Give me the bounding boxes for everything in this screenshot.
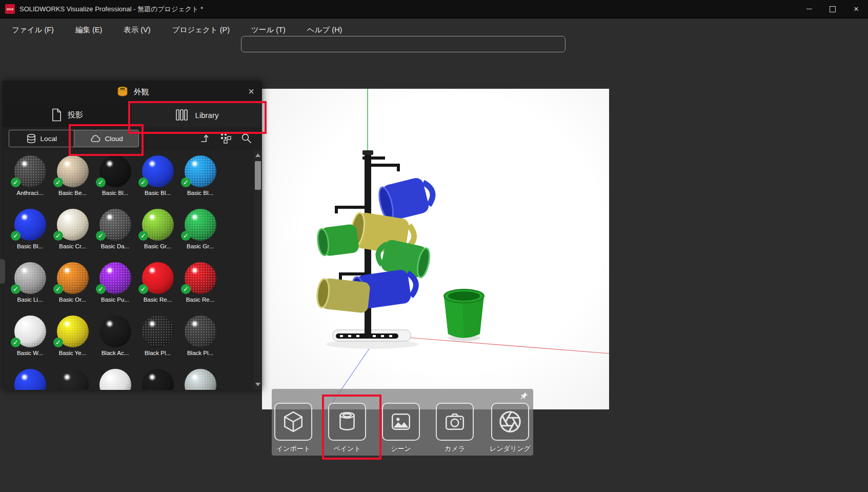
material-item[interactable]: ✓Basic Da... xyxy=(94,207,136,261)
material-item[interactable]: ✓Basic Ye... xyxy=(51,314,94,367)
material-label: Basic Bl... xyxy=(102,190,128,196)
material-label: Basic Li... xyxy=(17,297,43,303)
material-item[interactable] xyxy=(136,367,179,390)
maximize-button[interactable] xyxy=(821,0,844,18)
material-sphere[interactable] xyxy=(99,369,131,390)
material-item[interactable]: ✓Basic Gr... xyxy=(136,207,179,261)
toolbar-label-render: レンダリング xyxy=(490,444,531,454)
material-sphere[interactable] xyxy=(142,369,174,390)
material-item[interactable]: ✓Basic Cr... xyxy=(51,207,94,261)
downloaded-check-icon: ✓ xyxy=(96,284,106,294)
minimize-button[interactable] xyxy=(797,0,821,18)
action-bar: インポート ペイント シーン カメラ レンダリング xyxy=(272,389,533,456)
minimize-icon xyxy=(806,9,812,9)
material-sphere[interactable] xyxy=(57,369,89,390)
material-item[interactable]: ✓Basic Bl... xyxy=(179,154,221,207)
menu-view[interactable]: 表示 (V) xyxy=(113,18,161,41)
source-local-button[interactable]: Local xyxy=(9,130,74,147)
render-tile[interactable] xyxy=(491,403,529,441)
material-item[interactable] xyxy=(51,367,94,390)
menu-edit[interactable]: 編集 (E) xyxy=(65,18,113,41)
material-item[interactable]: ✓Basic Bl... xyxy=(9,207,51,261)
material-item[interactable]: ✓Basic Pu... xyxy=(94,261,136,314)
camera-tile[interactable] xyxy=(436,403,474,441)
material-sphere[interactable] xyxy=(185,316,216,347)
title-bar: 2018 SOLIDWORKS Visualize Professional -… xyxy=(0,0,868,18)
toolbar-item-render[interactable]: レンダリング xyxy=(490,403,531,454)
menu-project[interactable]: プロジェクト (P) xyxy=(162,18,240,41)
paint-bucket-orange-icon xyxy=(116,86,129,98)
material-item[interactable]: ✓Anthraci... xyxy=(9,154,51,207)
material-item[interactable]: Black Pl... xyxy=(136,314,179,367)
material-sphere[interactable] xyxy=(185,369,216,390)
materials-scrollbar[interactable] xyxy=(254,150,262,390)
material-item[interactable]: ✓Basic Be... xyxy=(51,154,94,207)
paint-tile[interactable] xyxy=(328,403,366,441)
library-filter-row: Local Cloud xyxy=(3,127,262,150)
material-label: Black Pl... xyxy=(187,350,213,356)
material-item[interactable] xyxy=(94,367,136,390)
material-item[interactable] xyxy=(179,367,221,390)
material-item[interactable]: ✓Basic Li... xyxy=(9,261,51,314)
viewport[interactable] xyxy=(262,89,609,409)
downloaded-check-icon: ✓ xyxy=(11,284,21,294)
downloaded-check-icon: ✓ xyxy=(11,231,21,241)
source-cloud-label: Cloud xyxy=(105,135,123,143)
downloaded-check-icon: ✓ xyxy=(53,284,63,294)
tab-projection[interactable]: 投影 xyxy=(3,103,132,127)
material-item[interactable]: ✓Basic Bl... xyxy=(136,154,179,207)
close-icon: × xyxy=(854,5,859,13)
toolbar-item-scene[interactable]: シーン xyxy=(382,403,420,454)
downloaded-check-icon: ✓ xyxy=(11,178,21,187)
library-icon xyxy=(175,108,190,122)
material-item[interactable]: Black Pl... xyxy=(179,314,221,367)
scrollbar-thumb[interactable] xyxy=(255,161,261,190)
camera-icon xyxy=(443,410,467,434)
scene-tile[interactable] xyxy=(382,403,420,441)
file-icon xyxy=(51,108,62,122)
source-cloud-button[interactable]: Cloud xyxy=(74,130,139,147)
material-label: Basic Bl... xyxy=(187,190,213,196)
materials-grid: ✓Anthraci...✓Basic Be...✓Basic Bl...✓Bas… xyxy=(9,154,254,390)
material-label: Anthraci... xyxy=(17,190,44,196)
import-tile[interactable] xyxy=(274,403,312,441)
tab-library-label: Library xyxy=(195,111,219,120)
import-appearance-icon[interactable] xyxy=(198,131,212,145)
material-label: Basic Gr... xyxy=(187,243,214,249)
downloaded-check-icon: ✓ xyxy=(96,231,106,241)
panel-close-button[interactable]: × xyxy=(245,85,258,98)
material-label: Basic Bl... xyxy=(17,243,43,249)
material-item[interactable]: ✓Basic Re... xyxy=(136,261,179,314)
material-item[interactable] xyxy=(9,367,51,390)
menu-file[interactable]: ファイル (F) xyxy=(1,18,65,41)
material-sphere[interactable] xyxy=(14,369,46,390)
material-label: Basic Bl... xyxy=(145,190,171,196)
3d-scene xyxy=(262,89,609,409)
scroll-down-arrow-icon[interactable] xyxy=(255,383,260,386)
pin-icon[interactable] xyxy=(519,391,529,401)
material-item[interactable]: ✓Basic W... xyxy=(9,314,51,367)
scroll-up-arrow-icon[interactable] xyxy=(255,153,260,157)
material-item[interactable]: ✓Basic Bl... xyxy=(94,154,136,207)
panel-tabs: 投影 Library xyxy=(3,103,262,127)
material-sphere[interactable] xyxy=(142,316,174,347)
toolbar-item-paint[interactable]: ペイント xyxy=(328,403,366,454)
search-icon[interactable] xyxy=(239,131,253,145)
tab-library[interactable]: Library xyxy=(132,103,262,127)
toolbar-item-camera[interactable]: カメラ xyxy=(436,403,474,454)
source-local-label: Local xyxy=(41,135,57,143)
material-item[interactable]: Black Ac... xyxy=(94,314,136,367)
material-label: Basic Gr... xyxy=(144,243,171,249)
close-button[interactable]: × xyxy=(844,0,868,18)
material-item[interactable]: ✓Basic Re... xyxy=(179,261,221,314)
toolbar-item-import[interactable]: インポート xyxy=(274,403,312,454)
material-item[interactable]: ✓Basic Or... xyxy=(51,261,94,314)
top-panel-edge xyxy=(241,36,566,52)
panel-collapse-handle[interactable] xyxy=(0,259,5,284)
material-item[interactable]: ✓Basic Gr... xyxy=(179,207,221,261)
downloaded-check-icon: ✓ xyxy=(53,178,63,187)
thumbnail-size-icon[interactable] xyxy=(219,131,232,145)
material-sphere[interactable] xyxy=(99,316,131,347)
appearance-panel: 外観 × 投影 Library Local Cloud xyxy=(3,81,262,390)
source-toggle: Local Cloud xyxy=(9,130,139,147)
